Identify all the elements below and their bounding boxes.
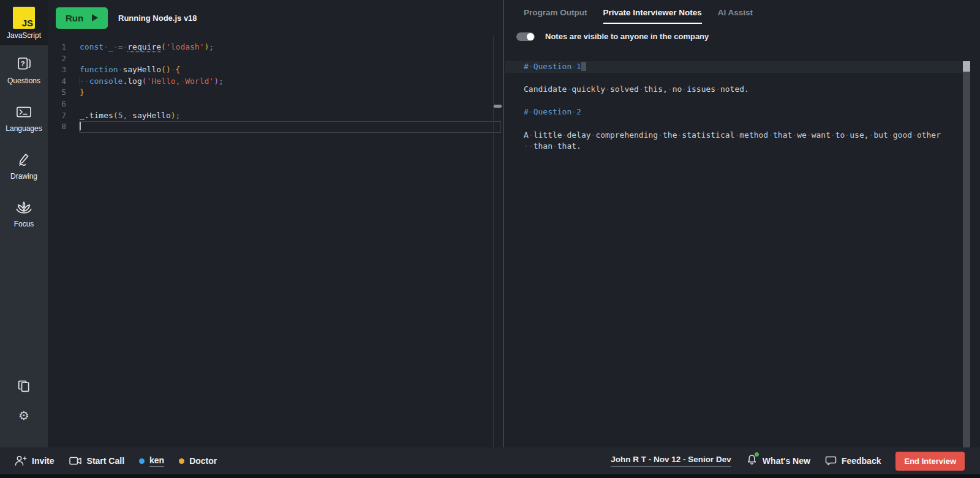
line-number: 1 [48, 42, 66, 53]
code-editor[interactable]: 1const·_·=·require('lodash');23function·… [48, 35, 503, 447]
play-icon [92, 14, 98, 21]
gear-button[interactable]: ⚙ [0, 409, 48, 422]
language-label: JavaScript [7, 31, 41, 40]
sidebar-item-focus[interactable]: Focus [0, 197, 48, 228]
line-number: 5 [48, 87, 66, 99]
tab-private-interviewer-notes[interactable]: Private Interviewer Notes [603, 8, 702, 24]
note-line[interactable]: Candidate·quickly·solved·this,·no·issues… [505, 84, 963, 95]
notes-scrollbar-track[interactable] [963, 61, 970, 447]
sidebar: JS JavaScript ?QuestionsLanguagesDrawing… [0, 0, 48, 447]
note-line[interactable]: A·little·delay·comprehending·the·statist… [505, 130, 963, 141]
copy-icon [16, 386, 32, 396]
lotus-icon [0, 197, 48, 218]
participant-name: ken [149, 455, 164, 467]
notes-visibility-toggle[interactable] [516, 32, 535, 41]
sidebar-item-label: Drawing [0, 172, 48, 181]
code-line[interactable]: 6 [48, 99, 503, 110]
run-status: Running Node.js v18 [118, 13, 197, 23]
sidebar-item-label: Focus [0, 220, 48, 228]
code-text: const·_·=·require('lodash'); [80, 42, 500, 53]
code-line[interactable]: 3function·sayHello()·{ [48, 64, 503, 76]
editor-scrollbar-track [493, 35, 494, 447]
person-plus-icon [15, 455, 27, 466]
line-number: 6 [48, 99, 66, 110]
code-text [80, 53, 500, 65]
javascript-logo-icon: JS [13, 7, 35, 29]
editor-scrollbar-thumb[interactable] [494, 105, 502, 108]
participant-doctor[interactable]: Doctor [179, 456, 217, 466]
code-line[interactable]: 4··console.log('Hello,·World'); [48, 76, 503, 88]
line-number: 3 [48, 64, 66, 76]
run-button[interactable]: Run [56, 7, 108, 29]
code-line[interactable]: 2 [48, 53, 503, 65]
feedback-button[interactable]: Feedback [825, 455, 881, 466]
notification-dot [755, 452, 759, 457]
whats-new-button[interactable]: What's New [746, 454, 810, 468]
note-line[interactable]: #·Question·1 [505, 61, 963, 73]
end-interview-button[interactable]: End Interview [895, 452, 965, 471]
code-text: } [80, 87, 500, 99]
sidebar-item-languages[interactable]: Languages [0, 102, 48, 133]
session-title[interactable]: John R T - Nov 12 - Senior Dev [611, 455, 731, 467]
notes-visibility-label: Notes are visible to anyone in the compa… [545, 32, 709, 41]
svg-text:?: ? [21, 59, 25, 68]
invite-label: Invite [32, 456, 55, 466]
line-number: 2 [48, 53, 66, 65]
sidebar-item-label: Questions [0, 77, 48, 85]
note-line[interactable]: #·Question·2 [505, 106, 963, 118]
bottom-bar: Invite Start Call kenDoctor John R T - N… [0, 447, 980, 474]
sidebar-item-drawing[interactable]: Drawing [0, 149, 48, 181]
terminal-icon [0, 102, 48, 122]
tab-program-output[interactable]: Program Output [524, 8, 587, 24]
note-line[interactable] [505, 118, 963, 130]
line-number: 7 [48, 110, 66, 122]
participant-ken[interactable]: ken [139, 455, 164, 467]
line-number: 8 [48, 121, 66, 133]
sidebar-item-label: Languages [0, 124, 48, 133]
bottom-strip [0, 474, 980, 478]
note-line[interactable] [505, 73, 963, 84]
bell-icon [746, 454, 758, 468]
chat-bubble-icon [825, 455, 837, 466]
code-text [80, 121, 500, 133]
code-text [80, 99, 500, 110]
presence-dot [179, 458, 184, 464]
code-line[interactable]: 1const·_·=·require('lodash'); [48, 42, 503, 53]
gear-icon: ⚙ [18, 411, 29, 422]
note-line[interactable] [505, 95, 963, 107]
presence-dot [139, 458, 145, 464]
sidebar-item-questions[interactable]: ?Questions [0, 54, 48, 85]
code-line[interactable]: 5} [48, 87, 503, 99]
video-camera-icon [69, 456, 82, 466]
right-panel-tabs: Program OutputPrivate Interviewer NotesA… [505, 0, 980, 24]
line-number: 4 [48, 76, 66, 88]
block-cursor [581, 62, 586, 71]
toggle-knob [527, 33, 534, 40]
code-line[interactable]: 7_.times(5,·sayHello); [48, 110, 503, 122]
question-cards-icon: ? [0, 54, 48, 75]
interview-app: JS JavaScript ?QuestionsLanguagesDrawing… [0, 0, 980, 478]
code-text: ··console.log('Hello,·World'); [80, 76, 500, 88]
whats-new-label: What's New [763, 456, 810, 466]
editor-topbar: Run Running Node.js v18 [48, 0, 503, 35]
panel-divider[interactable] [503, 0, 504, 447]
start-call-button[interactable]: Start Call [69, 456, 124, 466]
run-label: Run [66, 13, 83, 23]
pen-icon [0, 149, 48, 170]
notes-scrollbar-thumb[interactable] [963, 61, 970, 72]
note-line[interactable]: ··than·that. [505, 141, 963, 152]
tab-ai-assist[interactable]: AI Assist [718, 8, 753, 24]
notes-editor[interactable]: #·Question·1Candidate·quickly·solved·thi… [505, 61, 963, 152]
copy-button[interactable] [0, 378, 48, 397]
code-text: function·sayHello()·{ [80, 64, 500, 76]
participant-name: Doctor [189, 456, 217, 466]
code-line[interactable]: 8 [48, 121, 503, 133]
code-text: _.times(5,·sayHello); [80, 110, 500, 122]
text-cursor [80, 122, 81, 130]
feedback-label: Feedback [842, 456, 881, 466]
language-indicator[interactable]: JS JavaScript [0, 0, 48, 45]
invite-button[interactable]: Invite [15, 455, 55, 466]
start-call-label: Start Call [87, 456, 124, 466]
right-panel: Program OutputPrivate Interviewer NotesA… [505, 0, 980, 447]
notes-visibility-toggle-row[interactable]: Notes are visible to anyone in the compa… [516, 32, 709, 41]
